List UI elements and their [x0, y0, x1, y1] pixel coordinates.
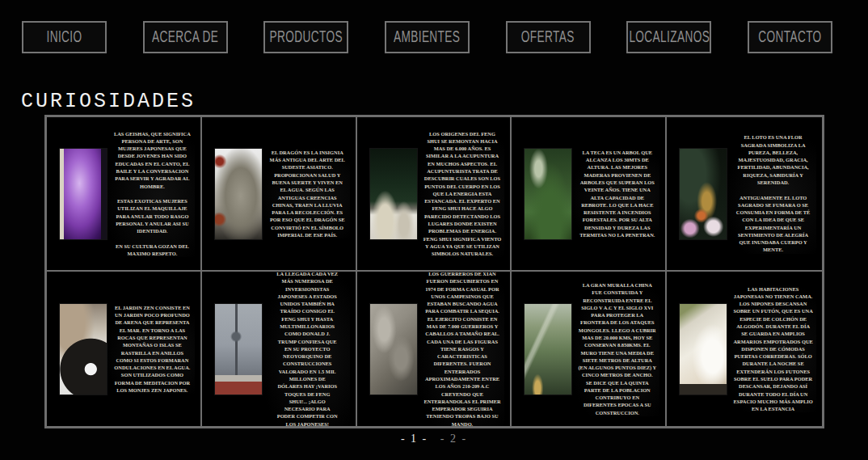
card-text-habitaciones: LAS HABITACIONES JAPONESAS NO TIENEN CAM…: [727, 285, 816, 413]
card-geishas: LAS GEISHAS, QUE SIGNIFICA PERSONA DE AR…: [47, 117, 202, 272]
lotus-flowers-photo: [680, 149, 727, 239]
page-title: CURIOSIDADES: [21, 90, 196, 113]
card-text-loto: EL LOTO ES UNA FLOR SAGRADA SIMBOLIZA LA…: [727, 133, 816, 254]
nav-label: CONTACTO: [758, 27, 821, 46]
card-dragon: EL DRAGÓN ES LA INSIGNIA MÁS ANTIGUA DEL…: [202, 117, 357, 272]
nav-button-productos[interactable]: PRODUCTOS: [263, 21, 348, 53]
teak-forest-photo: [525, 149, 571, 239]
nav-button-contacto[interactable]: CONTACTO: [748, 21, 832, 53]
nav-label: AMBIENTES: [394, 27, 460, 46]
asian-statue-photo: [215, 149, 262, 239]
card-feng-shui: LOS ORIGENES DEL FENG SHUI SE REMONTAN H…: [357, 117, 512, 272]
card-teca: LA TECA ES UN ARBOL QUE ALCANZA LOS 30MT…: [512, 117, 667, 272]
card-guerreros-xian: LOS GUERREROS DE XIAN FUERON DESCUBIERTO…: [357, 272, 512, 426]
shanghai-tower-photo: [215, 304, 262, 395]
card-text-teca: LA TECA ES UN ARBOL QUE ALCANZA LOS 30MT…: [571, 149, 659, 238]
card-habitaciones: LAS HABITACIONES JAPONESAS NO TIENEN CAM…: [667, 272, 822, 426]
great-wall-photo: [525, 304, 571, 395]
pagination-page-2[interactable]: - 2 -: [440, 433, 467, 445]
card-text-inversionistas: LA LLEGADA CADA VEZ MÁS NUMEROSA DE INVE…: [262, 272, 350, 426]
curiosities-grid: LAS GEISHAS, QUE SIGNIFICA PERSONA DE AR…: [44, 115, 824, 428]
main-nav: INICIO ACERCA DE PRODUCTOS AMBIENTES OFE…: [22, 21, 832, 53]
nav-label: INICIO: [47, 27, 82, 46]
nav-button-ambientes[interactable]: AMBIENTES: [385, 21, 470, 53]
card-text-gran-muralla: LA GRAN MURALLA CHINA FUE CONSTRUIDA Y R…: [571, 281, 659, 416]
nav-label: PRODUCTOS: [270, 27, 343, 46]
garden-furniture-photo: [370, 149, 417, 239]
card-text-guerreros-xian: LOS GUERREROS DE XIAN FUERON DESCUBIERTO…: [417, 272, 505, 426]
japanese-room-photo: [680, 304, 727, 395]
card-text-geishas: LAS GEISHAS, QUE SIGNIFICA PERSONA DE AR…: [107, 130, 195, 258]
nav-label: OFERTAS: [521, 27, 575, 46]
nav-label: LOCALIZANOS: [629, 27, 710, 46]
card-text-jardin-zen: EL JARDIN ZEN CONSISTE EN UN JARDIN POCO…: [107, 304, 195, 394]
card-gran-muralla: LA GRAN MURALLA CHINA FUE CONSTRUIDA Y R…: [512, 272, 667, 426]
geisha-photo: [60, 149, 107, 239]
pagination: - 1 - - 2 -: [0, 433, 868, 445]
card-text-dragon: EL DRAGÓN ES LA INSIGNIA MÁS ANTIGUA DEL…: [262, 149, 350, 238]
card-text-feng-shui: LOS ORIGENES DEL FENG SHUI SE REMONTAN H…: [417, 130, 505, 258]
terracotta-warriors-photo: [370, 304, 417, 395]
nav-button-inicio[interactable]: INICIO: [22, 21, 107, 53]
nav-button-acerca-de[interactable]: ACERCA DE: [143, 21, 228, 53]
pagination-page-1[interactable]: - 1 -: [401, 433, 428, 445]
card-inversionistas: LA LLEGADA CADA VEZ MÁS NUMEROSA DE INVE…: [202, 272, 357, 426]
nav-button-ofertas[interactable]: OFERTAS: [506, 21, 591, 53]
zen-garden-photo: [60, 304, 107, 395]
card-jardin-zen: EL JARDIN ZEN CONSISTE EN UN JARDIN POCO…: [47, 272, 202, 426]
nav-button-localizanos[interactable]: LOCALIZANOS: [626, 21, 711, 53]
card-loto: EL LOTO ES UNA FLOR SAGRADA SIMBOLIZA LA…: [667, 117, 822, 272]
nav-label: ACERCA DE: [152, 27, 218, 46]
